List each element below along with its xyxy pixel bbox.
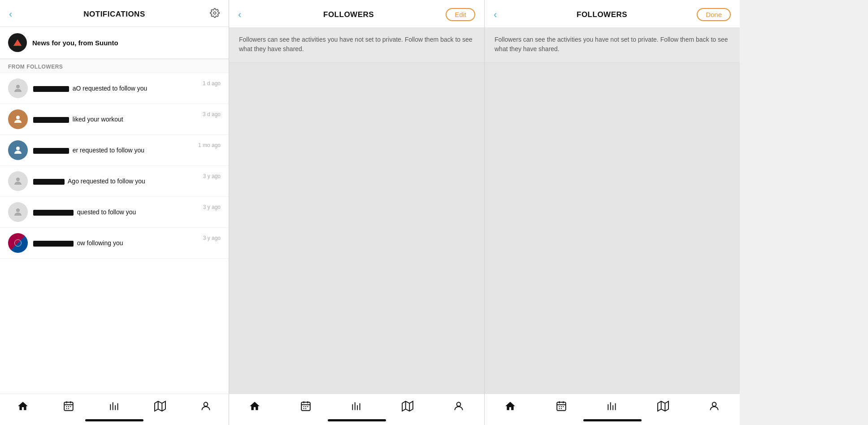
notif-avatar-6 [8, 233, 28, 253]
notif-text-5: quested to follow you [33, 208, 200, 216]
svg-point-0 [213, 12, 216, 14]
notif-avatar-2 [8, 109, 28, 129]
notif-time-5: 3 y ago [203, 202, 221, 210]
notif-time-1: 1 d ago [203, 78, 221, 87]
nav-map[interactable] [149, 399, 171, 414]
followers-description-2: Followers can see the activities you hav… [485, 28, 740, 62]
svg-marker-55 [658, 401, 668, 411]
nav-home[interactable] [12, 399, 34, 414]
content-spacer [0, 259, 229, 394]
svg-point-7 [15, 240, 22, 247]
nav-map[interactable] [652, 399, 674, 414]
edit-button[interactable]: Edit [446, 8, 475, 21]
bottom-navigation [0, 394, 229, 416]
back-button[interactable]: ‹ [494, 9, 507, 21]
nav-home[interactable] [243, 399, 266, 414]
svg-point-58 [712, 402, 716, 406]
redacted-name [33, 179, 65, 185]
background-spacer [740, 0, 868, 425]
notifications-title: NOTIFICATIONS [22, 10, 206, 19]
notification-item[interactable]: aO requested to follow you 1 d ago [0, 73, 229, 104]
followers-description-1: Followers can see the activities you hav… [229, 28, 484, 62]
redacted-name [33, 86, 69, 92]
svg-point-4 [16, 147, 20, 150]
followers-title-2: FOLLOWERS [507, 10, 697, 19]
bottom-navigation-3 [485, 394, 740, 416]
notif-time-6: 3 y ago [203, 233, 221, 241]
followers-list-2 [485, 62, 740, 394]
followers-header-2: ‹ FOLLOWERS Done [485, 0, 740, 28]
notif-avatar-5 [8, 202, 28, 222]
nav-stats[interactable] [103, 399, 126, 414]
notif-text-3: er requested to follow you [33, 147, 195, 154]
nav-calendar[interactable] [550, 399, 573, 414]
svg-point-24 [204, 402, 208, 406]
redacted-name [33, 210, 74, 216]
nav-calendar[interactable] [295, 399, 317, 414]
followers-header-1: ‹ FOLLOWERS Edit [229, 0, 484, 28]
svg-marker-21 [155, 401, 165, 411]
from-followers-label: FROM FOLLOWERS [0, 59, 229, 73]
redacted-name [33, 117, 69, 123]
nav-profile[interactable] [195, 399, 217, 414]
notifications-header: ‹ NOTIFICATIONS [0, 0, 229, 27]
notification-item[interactable]: quested to follow you 3 y ago [0, 197, 229, 228]
news-item[interactable]: News for you, from Suunto [0, 27, 229, 59]
svg-point-5 [16, 178, 20, 181]
notif-text-6: ow following you [33, 239, 200, 247]
done-button[interactable]: Done [697, 8, 731, 21]
notif-avatar-3 [8, 140, 28, 160]
nav-stats[interactable] [345, 399, 368, 414]
settings-button[interactable] [206, 8, 220, 20]
followers-panel-done: ‹ FOLLOWERS Done Followers can see the a… [484, 0, 740, 425]
notif-avatar-4 [8, 171, 28, 191]
notifications-panel: ‹ NOTIFICATIONS News for you, from Suunt… [0, 0, 229, 425]
followers-list-1 [229, 62, 484, 394]
notif-time-4: 3 y ago [203, 171, 221, 179]
notif-avatar-1 [8, 78, 28, 98]
suunto-icon [8, 33, 27, 52]
nav-home[interactable] [499, 399, 521, 414]
nav-stats[interactable] [601, 399, 623, 414]
nav-calendar[interactable] [57, 399, 80, 414]
svg-point-3 [16, 116, 20, 119]
notif-text-1: aO requested to follow you [33, 85, 199, 92]
back-button[interactable]: ‹ [238, 9, 252, 21]
svg-point-2 [16, 85, 20, 88]
news-text: News for you, from Suunto [32, 39, 118, 47]
redacted-name [33, 241, 74, 247]
svg-marker-1 [13, 39, 22, 46]
nav-profile[interactable] [447, 399, 470, 414]
nav-map[interactable] [396, 399, 419, 414]
svg-point-41 [457, 402, 461, 406]
notification-item[interactable]: ow following you 3 y ago [0, 228, 229, 259]
svg-point-6 [16, 208, 20, 212]
notif-text-4: Ago requested to follow you [33, 178, 200, 185]
followers-title-1: FOLLOWERS [252, 10, 446, 19]
svg-marker-38 [402, 401, 413, 411]
notif-time-2: 3 d ago [203, 109, 221, 117]
notif-time-3: 1 mo ago [198, 140, 221, 148]
notif-text-2: liked your workout [33, 116, 199, 123]
back-button[interactable]: ‹ [9, 9, 22, 20]
nav-profile[interactable] [703, 399, 725, 414]
notification-item[interactable]: Ago requested to follow you 3 y ago [0, 166, 229, 197]
redacted-name [33, 148, 69, 154]
notification-item[interactable]: liked your workout 3 d ago [0, 104, 229, 135]
followers-panel-edit: ‹ FOLLOWERS Edit Followers can see the a… [229, 0, 484, 425]
notification-item[interactable]: er requested to follow you 1 mo ago [0, 135, 229, 166]
bottom-navigation-2 [229, 394, 484, 416]
